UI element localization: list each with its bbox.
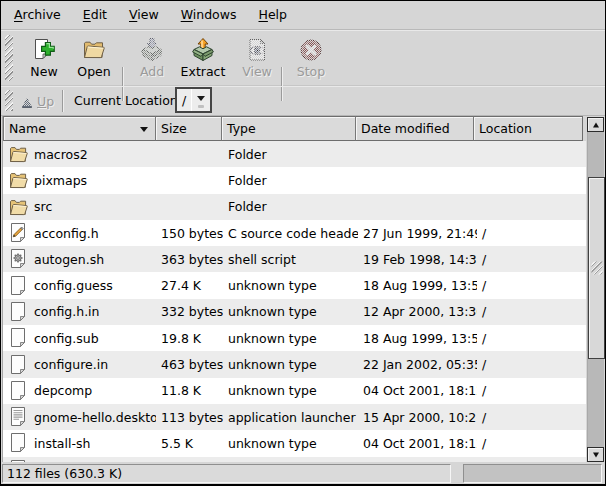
file-name: config.guess	[34, 278, 113, 293]
add-files-icon	[140, 38, 164, 62]
file-type-cell: unknown type	[223, 299, 358, 325]
file-name-cell: autogen.sh	[3, 246, 156, 272]
current-location-label: Current Location:	[74, 86, 182, 115]
stop-icon	[299, 38, 323, 62]
location-combobox-value[interactable]: /	[177, 89, 191, 111]
table-row[interactable]: acconfig.h150 bytesC source code header2…	[3, 220, 586, 246]
location-combobox[interactable]: /	[175, 87, 212, 113]
location-bar-separator	[62, 90, 64, 112]
scrollbar-thumb[interactable]	[588, 177, 605, 359]
column-header-size[interactable]: Size	[155, 116, 222, 141]
folder-icon	[8, 144, 29, 164]
scrollbar-down-button[interactable]	[587, 447, 604, 462]
file-location-cell	[477, 194, 586, 220]
view-button[interactable]: View	[233, 38, 281, 84]
file-type-cell: C source code header	[223, 220, 358, 246]
extract-button[interactable]: Extract	[175, 38, 231, 84]
menu-windows[interactable]: Windows	[170, 1, 248, 29]
file-size-cell: 332 bytes	[156, 299, 223, 325]
file-name: config.h.in	[34, 304, 100, 319]
status-bar: 112 files (630.3 K)	[1, 462, 605, 484]
column-header-label: Location	[479, 121, 532, 136]
file-size-cell	[156, 167, 223, 193]
location-combobox-dropdown-button[interactable]	[192, 89, 210, 111]
file-date-cell: 04 Oct 2001, 18:12	[358, 378, 477, 404]
column-header-label: Name	[9, 121, 46, 136]
file-list-header: NameSizeTypeDate modifiedLocation	[3, 116, 586, 141]
file-type-cell: application launcher	[223, 404, 358, 430]
scrollbar-trough[interactable]	[587, 132, 604, 447]
file-name: configure.in	[34, 357, 108, 372]
table-row[interactable]: depcomp11.8 Kunknown type04 Oct 2001, 18…	[3, 378, 586, 404]
toolbar: New Open Add Extract View	[1, 30, 605, 86]
menubar: ArchiveEditViewWindowsHelp	[1, 1, 605, 30]
menu-help[interactable]: Help	[248, 1, 299, 29]
new-button-label: New	[30, 65, 57, 78]
table-row[interactable]: srcFolder	[3, 194, 586, 220]
file-name-cell: config.guess	[3, 272, 156, 298]
file-size-cell: 27.4 K	[156, 272, 223, 298]
file-location-cell: /	[477, 378, 586, 404]
extract-button-label: Extract	[181, 65, 226, 78]
table-row[interactable]: config.guess27.4 Kunknown type18 Aug 199…	[3, 272, 586, 298]
file-name: depcomp	[34, 383, 92, 398]
add-button[interactable]: Add	[130, 38, 174, 84]
table-row[interactable]: pixmapsFolder	[3, 167, 586, 193]
scroll-up-icon	[593, 122, 599, 127]
menu-archive[interactable]: Archive	[3, 1, 72, 29]
up-button-label: Up	[37, 94, 54, 109]
file-date-cell: 04 Oct 2001, 18:12	[358, 430, 477, 456]
file-name-cell: config.h.in	[3, 299, 156, 325]
file-list: NameSizeTypeDate modifiedLocation macros…	[2, 116, 586, 462]
file-date-cell: 18 Aug 1999, 13:53	[358, 272, 477, 298]
file-date-cell: 22 Jan 2002, 05:35	[358, 351, 477, 377]
table-row[interactable]: macros2Folder	[3, 141, 586, 167]
document-icon	[8, 355, 29, 375]
file-list-rows: macros2Folder pixmapsFolder srcFolder ac…	[3, 141, 586, 462]
table-row[interactable]: gnome-hello.desktop113 bytesapplication …	[3, 404, 586, 430]
column-header-type[interactable]: Type	[221, 116, 356, 141]
file-type-cell: unknown type	[223, 351, 358, 377]
file-name: gnome-hello.desktop	[34, 410, 156, 425]
file-name: acconfig.h	[34, 226, 99, 241]
file-size-cell: 11.8 K	[156, 378, 223, 404]
file-type-cell: unknown type	[223, 272, 358, 298]
table-row[interactable]: config.h.in332 bytesunknown type12 Apr 2…	[3, 299, 586, 325]
table-row[interactable]: configure.in463 bytesunknown type22 Jan …	[3, 351, 586, 377]
new-archive-icon	[32, 38, 56, 62]
folder-icon	[8, 170, 29, 190]
file-type-cell: Folder	[223, 194, 358, 220]
file-date-cell	[358, 167, 477, 193]
table-row[interactable]: install-sh5.5 Kunknown type04 Oct 2001, …	[3, 430, 586, 456]
column-header-label: Size	[161, 121, 187, 136]
new-button[interactable]: New	[20, 38, 68, 84]
file-date-cell: 15 Apr 2000, 10:21	[358, 404, 477, 430]
file-name-cell: acconfig.h	[3, 220, 156, 246]
toolbar-drag-handle[interactable]	[5, 35, 13, 81]
stop-button[interactable]: Stop	[287, 38, 335, 84]
file-size-cell: 19.8 K	[156, 325, 223, 351]
document-icon	[8, 302, 29, 322]
open-button[interactable]: Open	[70, 38, 118, 84]
up-button[interactable]: Up	[17, 89, 63, 113]
file-date-cell: 27 Jun 1999, 21:49	[358, 220, 477, 246]
scroll-down-icon	[593, 452, 599, 457]
file-name-cell: pixmaps	[3, 167, 156, 193]
file-size-cell	[156, 194, 223, 220]
file-type-cell: Folder	[223, 141, 358, 167]
menu-view[interactable]: View	[118, 1, 170, 29]
script-file-icon	[8, 249, 29, 269]
file-location-cell	[477, 167, 586, 193]
file-name: install-sh	[34, 436, 90, 451]
table-row[interactable]: config.sub19.8 Kunknown type18 Aug 1999,…	[3, 325, 586, 351]
column-header-name[interactable]: Name	[3, 116, 156, 141]
file-type-cell: unknown type	[223, 430, 358, 456]
table-row[interactable]: autogen.sh363 bytesshell script19 Feb 19…	[3, 246, 586, 272]
file-date-cell: 19 Feb 1998, 14:31	[358, 246, 477, 272]
column-header-location[interactable]: Location	[473, 116, 583, 141]
file-name-cell: gnome-hello.desktop	[3, 404, 156, 430]
menu-edit[interactable]: Edit	[72, 1, 118, 29]
column-header-date-modified[interactable]: Date modified	[355, 116, 474, 141]
location-bar-drag-handle[interactable]	[5, 90, 13, 111]
scrollbar-up-button[interactable]	[587, 117, 604, 132]
